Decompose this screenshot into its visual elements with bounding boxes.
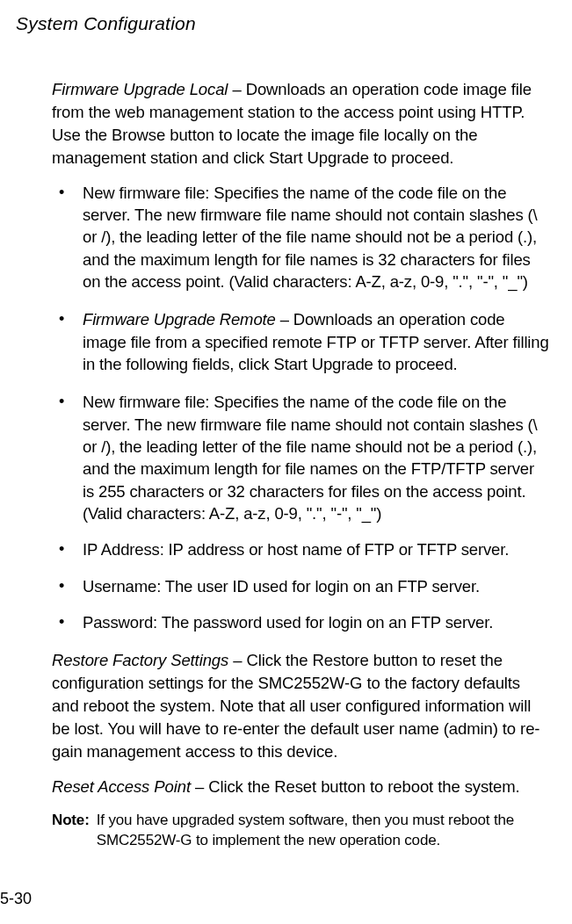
bullet-list-2: Firmware Upgrade Remote – Downloads an o… xyxy=(52,308,549,375)
firmware-local-para: Firmware Upgrade Local – Downloads an op… xyxy=(52,78,549,170)
list-item: Username: The user ID used for login on … xyxy=(52,575,549,597)
page-number: 5-30 xyxy=(0,890,32,908)
restore-term: Restore Factory Settings xyxy=(52,651,228,669)
bullet-list-3: New firmware file: Specifies the name of… xyxy=(52,391,549,633)
main-content: Firmware Upgrade Local – Downloads an op… xyxy=(16,78,556,851)
list-item: IP Address: IP address or host name of F… xyxy=(52,538,549,560)
firmware-remote-term: Firmware Upgrade Remote xyxy=(83,310,276,328)
list-item: New firmware file: Specifies the name of… xyxy=(52,182,549,293)
note-text: If you have upgraded system software, th… xyxy=(97,811,549,851)
reset-para: Reset Access Point – Click the Reset but… xyxy=(52,776,549,798)
reset-term: Reset Access Point xyxy=(52,777,191,796)
note-label: Note: xyxy=(52,811,97,851)
list-item: Firmware Upgrade Remote – Downloads an o… xyxy=(52,308,549,375)
note-block: Note: If you have upgraded system softwa… xyxy=(52,811,549,851)
firmware-local-term: Firmware Upgrade Local xyxy=(52,80,228,98)
restore-para: Restore Factory Settings – Click the Res… xyxy=(52,649,549,762)
bullet-list-1: New firmware file: Specifies the name of… xyxy=(52,182,549,293)
list-item: New firmware file: Specifies the name of… xyxy=(52,391,549,524)
page-header: System Configuration xyxy=(16,13,556,34)
reset-desc: – Click the Reset button to reboot the s… xyxy=(191,777,520,796)
list-item: Password: The password used for login on… xyxy=(52,611,549,633)
